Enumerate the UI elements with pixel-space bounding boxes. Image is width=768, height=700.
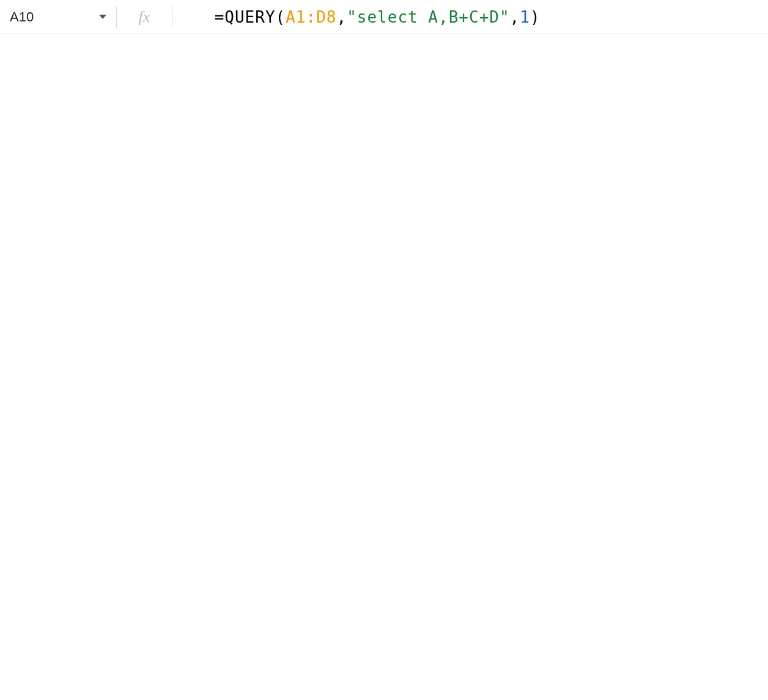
name-box-text: A10 <box>10 9 94 25</box>
fx-icon: fx <box>117 8 172 26</box>
formula-input[interactable]: =QUERY(A1:D8,"select A,B+C+D",1) <box>172 0 768 34</box>
formula-bar: A10 fx =QUERY(A1:D8,"select A,B+C+D",1) <box>0 0 768 34</box>
name-box[interactable]: A10 <box>0 0 116 34</box>
chevron-down-icon[interactable] <box>99 15 106 19</box>
